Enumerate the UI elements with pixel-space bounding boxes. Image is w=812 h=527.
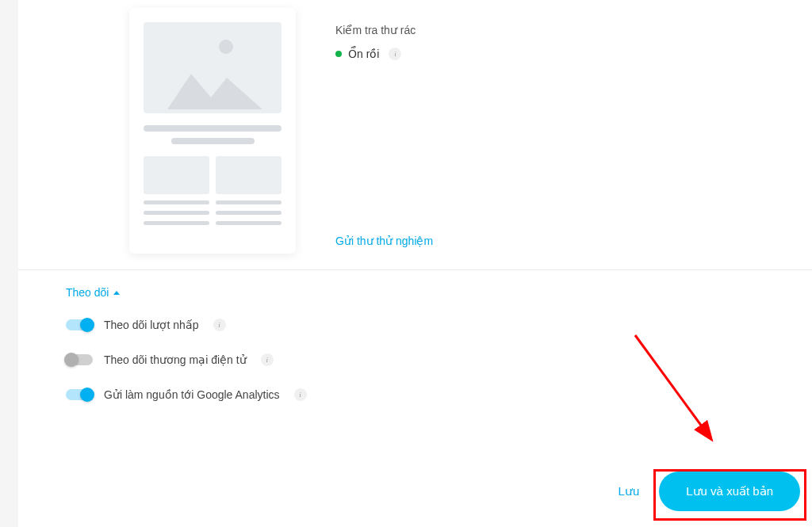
- toggle-label: Theo dõi lượt nhấp: [104, 319, 199, 331]
- caret-up-icon: [113, 291, 120, 295]
- spam-status-row: Ổn rồi i: [335, 48, 780, 60]
- status-dot-ok: [335, 51, 342, 57]
- preview-text-line: [144, 211, 209, 215]
- preview-text-line: [144, 221, 209, 225]
- preview-column: [216, 156, 282, 225]
- info-icon[interactable]: i: [213, 319, 226, 331]
- toggle-knob: [64, 353, 79, 367]
- tracking-option-row: Theo dõi thương mại điện tử i: [66, 353, 764, 366]
- preview-text-line: [144, 125, 282, 132]
- ecommerce-tracking-toggle[interactable]: [66, 354, 93, 365]
- footer-actions: Lưu Lưu và xuất bản: [619, 472, 800, 511]
- preview-image-placeholder: [144, 22, 282, 113]
- preview-box: [216, 156, 282, 194]
- preview-text-line: [171, 138, 255, 144]
- tracking-header-label: Theo dõi: [66, 286, 109, 299]
- preview-column: [144, 156, 209, 225]
- sun-icon: [219, 40, 233, 54]
- right-info-panel: Kiểm tra thư rác Ổn rồi i Gửi thư thử ng…: [335, 8, 780, 254]
- preview-columns: [144, 156, 282, 225]
- info-icon[interactable]: i: [294, 388, 307, 401]
- preview-text-line: [144, 200, 209, 204]
- tracking-option-row: Theo dõi lượt nhấp i: [66, 319, 764, 331]
- mountains-icon: [167, 66, 270, 109]
- tracking-collapse-toggle[interactable]: Theo dõi: [66, 286, 764, 299]
- google-analytics-toggle[interactable]: [66, 389, 93, 400]
- toggle-knob: [80, 318, 94, 332]
- save-button[interactable]: Lưu: [619, 484, 640, 498]
- save-and-publish-button[interactable]: Lưu và xuất bản: [659, 472, 800, 511]
- preview-text-line: [216, 200, 282, 204]
- tracking-section: Theo dõi Theo dõi lượt nhấp i Theo dõi t…: [18, 270, 812, 439]
- preview-box: [144, 156, 209, 194]
- preview-text-line: [216, 221, 282, 225]
- toggle-knob: [80, 388, 94, 402]
- send-test-email-link[interactable]: Gửi thư thử nghiệm: [335, 235, 433, 247]
- email-preview-card[interactable]: [129, 8, 296, 254]
- info-icon[interactable]: i: [261, 353, 274, 366]
- spam-check-label: Kiểm tra thư rác: [335, 24, 780, 36]
- toggle-label: Gửi làm nguồn tới Google Analytics: [104, 388, 280, 401]
- toggle-label: Theo dõi thương mại điện tử: [104, 353, 247, 366]
- main-card: Kiểm tra thư rác Ổn rồi i Gửi thư thử ng…: [18, 0, 812, 527]
- status-text: Ổn rồi: [348, 48, 379, 60]
- tracking-option-row: Gửi làm nguồn tới Google Analytics i: [66, 388, 764, 401]
- info-icon[interactable]: i: [389, 48, 401, 60]
- preview-text-line: [216, 211, 282, 215]
- click-tracking-toggle[interactable]: [66, 319, 93, 330]
- top-section: Kiểm tra thư rác Ổn rồi i Gửi thư thử ng…: [18, 0, 812, 270]
